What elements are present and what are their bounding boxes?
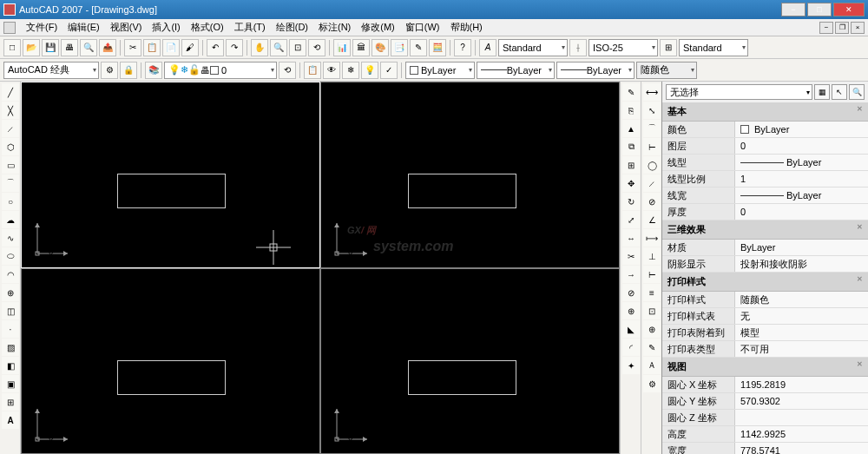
quick-select-button[interactable]: 🔍 bbox=[849, 84, 865, 100]
scale-tool[interactable]: ⤢ bbox=[622, 211, 640, 228]
line-tool[interactable]: ╱ bbox=[2, 83, 19, 101]
props-row[interactable]: 厚度0 bbox=[662, 204, 868, 220]
props-group-header[interactable]: 打印样式 bbox=[662, 273, 868, 292]
pan-button[interactable]: ✋ bbox=[251, 39, 268, 56]
calc-button[interactable]: 🧮 bbox=[429, 39, 446, 56]
dim-style-combo[interactable]: ISO-25 bbox=[589, 39, 658, 56]
revcloud-tool[interactable]: ☁ bbox=[2, 211, 19, 228]
color-combo[interactable]: ByLayer bbox=[405, 62, 475, 79]
save-button[interactable]: 💾 bbox=[42, 39, 59, 56]
textstyle-icon[interactable]: A bbox=[479, 39, 496, 56]
erase-tool[interactable]: ✎ bbox=[622, 83, 640, 101]
props-row[interactable]: 宽度778.5741 bbox=[662, 443, 868, 454]
chamfer-tool[interactable]: ◣ bbox=[622, 320, 640, 338]
point-tool[interactable]: · bbox=[2, 320, 19, 338]
props-row[interactable]: 颜色ByLayer bbox=[662, 122, 868, 138]
ellipsearc-tool[interactable]: ◠ bbox=[2, 266, 19, 283]
undo-button[interactable]: ↶ bbox=[207, 39, 224, 56]
rectangle-tool[interactable]: ▭ bbox=[2, 156, 19, 174]
props-row[interactable]: 打印表附着到模型 bbox=[662, 325, 868, 341]
text-style-combo[interactable]: Standard bbox=[498, 39, 568, 56]
props-row[interactable]: 材质ByLayer bbox=[662, 240, 868, 256]
selection-combo[interactable]: 无选择 bbox=[666, 84, 812, 100]
tolerance-tool[interactable]: ⊡ bbox=[643, 302, 661, 319]
dimcont-tool[interactable]: ⊢ bbox=[643, 266, 661, 283]
circle-tool[interactable]: ○ bbox=[2, 193, 19, 210]
props-value[interactable]: 无 bbox=[735, 308, 868, 324]
close-button[interactable]: ✕ bbox=[833, 3, 865, 16]
props-row[interactable]: 打印样式随颜色 bbox=[662, 292, 868, 308]
minimize-button[interactable]: − bbox=[781, 3, 806, 16]
qdim-tool[interactable]: ⟼ bbox=[643, 229, 661, 247]
props-row[interactable]: 图层0 bbox=[662, 138, 868, 155]
menu-item[interactable]: 格式(O) bbox=[186, 20, 229, 34]
props-value[interactable]: 模型 bbox=[735, 325, 868, 340]
designcenter-button[interactable]: 🏛 bbox=[352, 39, 370, 56]
dimrad-tool[interactable]: ◯ bbox=[643, 156, 661, 174]
toggle-pickadd-button[interactable]: ▦ bbox=[814, 84, 830, 100]
markup-button[interactable]: ✎ bbox=[410, 39, 427, 56]
layer-iso-button[interactable]: 👁 bbox=[323, 62, 340, 79]
menu-item[interactable]: 绘图(D) bbox=[271, 20, 313, 34]
workspace-settings-button[interactable]: ⚙ bbox=[101, 62, 118, 79]
zoom-realtime-button[interactable]: 🔍 bbox=[270, 39, 287, 56]
block-tool[interactable]: ◫ bbox=[2, 302, 19, 319]
mtext-tool[interactable]: A bbox=[2, 411, 19, 429]
dimtedit-tool[interactable]: Ａ bbox=[643, 357, 661, 374]
plotstyle-combo[interactable]: 随颜色 bbox=[636, 62, 697, 79]
dimaligned-tool[interactable]: ⤡ bbox=[643, 102, 661, 119]
layer-freeze-button[interactable]: ❄ bbox=[342, 62, 359, 79]
props-group-header[interactable]: 基本 bbox=[662, 102, 868, 122]
props-value[interactable]: 778.5741 bbox=[735, 443, 868, 454]
layer-combo[interactable]: 💡❄🔓🖶0 bbox=[164, 62, 277, 79]
dimedit-tool[interactable]: ✎ bbox=[643, 339, 661, 356]
xline-tool[interactable]: ╳ bbox=[2, 102, 19, 119]
menu-item[interactable]: 文件(F) bbox=[21, 20, 62, 34]
mirror-tool[interactable]: ▲ bbox=[622, 120, 640, 137]
props-row[interactable]: 线宽ByLayer bbox=[662, 188, 868, 204]
props-row[interactable]: 圆心 Z 坐标 bbox=[662, 410, 868, 426]
layer-off-button[interactable]: 💡 bbox=[361, 62, 378, 79]
viewport-bottom-right[interactable]: Y X bbox=[320, 268, 620, 455]
mdi-close[interactable]: × bbox=[851, 22, 865, 34]
props-row[interactable]: 圆心 Y 坐标570.9302 bbox=[662, 393, 868, 410]
explode-tool[interactable]: ✦ bbox=[622, 357, 640, 374]
gradient-tool[interactable]: ◧ bbox=[2, 357, 19, 374]
props-row[interactable]: 打印表类型不可用 bbox=[662, 341, 868, 358]
arc-tool[interactable]: ⌒ bbox=[2, 174, 19, 192]
menu-item[interactable]: 修改(M) bbox=[356, 20, 400, 34]
tablestyle-icon[interactable]: ⊞ bbox=[660, 39, 677, 56]
props-row[interactable]: 阴影显示投射和接收阴影 bbox=[662, 256, 868, 273]
polygon-tool[interactable]: ⬡ bbox=[2, 138, 19, 155]
props-row[interactable]: 线型ByLayer bbox=[662, 155, 868, 171]
viewport-top-left[interactable]: Y X bbox=[21, 82, 320, 268]
cut-button[interactable]: ✂ bbox=[124, 39, 141, 56]
dimjog-tool[interactable]: ⟋ bbox=[643, 174, 661, 192]
layer-manager-button[interactable]: 📚 bbox=[145, 62, 162, 79]
publish-button[interactable]: 📤 bbox=[99, 39, 116, 56]
redo-button[interactable]: ↷ bbox=[226, 39, 243, 56]
linetype-combo[interactable]: ByLayer bbox=[477, 62, 555, 79]
props-value[interactable]: 不可用 bbox=[735, 341, 868, 357]
paste-button[interactable]: 📄 bbox=[162, 39, 180, 56]
zoom-prev-button[interactable]: ⟲ bbox=[308, 39, 326, 56]
menu-item[interactable]: 窗口(W) bbox=[400, 20, 445, 34]
dimlinear-tool[interactable]: ⟷ bbox=[643, 83, 661, 101]
dimbase-tool[interactable]: ⊥ bbox=[643, 247, 661, 265]
open-button[interactable]: 📂 bbox=[23, 39, 40, 56]
viewport-bottom-left[interactable]: Y X bbox=[21, 268, 320, 455]
layer-match-button[interactable]: ✓ bbox=[380, 62, 398, 79]
matchprop-button[interactable]: 🖌 bbox=[181, 39, 199, 56]
props-value[interactable]: 1195.2819 bbox=[735, 377, 868, 392]
region-tool[interactable]: ▣ bbox=[2, 375, 19, 392]
props-value[interactable]: 0 bbox=[735, 204, 868, 220]
select-objects-button[interactable]: ↖ bbox=[832, 84, 847, 100]
menu-item[interactable]: 插入(I) bbox=[147, 20, 185, 34]
new-button[interactable]: □ bbox=[3, 39, 21, 56]
rotate-tool[interactable]: ↻ bbox=[622, 193, 640, 210]
menu-item[interactable]: 工具(T) bbox=[229, 20, 271, 34]
plot-button[interactable]: 🖶 bbox=[61, 39, 78, 56]
mdi-restore[interactable]: ❐ bbox=[835, 22, 849, 34]
props-value[interactable]: ByLayer bbox=[735, 240, 868, 255]
props-row[interactable]: 线型比例1 bbox=[662, 171, 868, 188]
